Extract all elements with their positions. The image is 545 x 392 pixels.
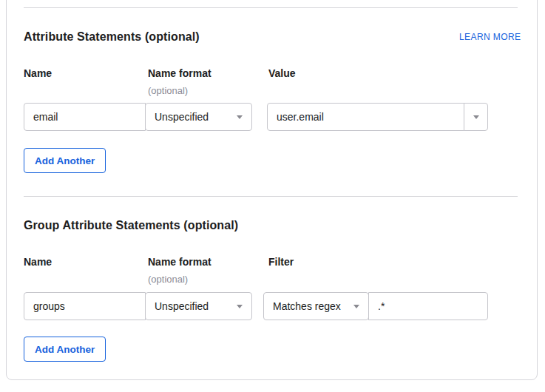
attribute-name-format-value: Unspecified [155, 111, 209, 123]
attribute-name-format-select[interactable]: Unspecified [145, 103, 252, 131]
column-header-filter: Filter [268, 256, 294, 268]
group-attribute-name-input[interactable] [24, 292, 146, 320]
section-title-attribute-statements: Attribute Statements (optional) [24, 30, 200, 44]
chevron-down-icon [237, 115, 243, 119]
section-title-group-attribute-statements: Group Attribute Statements (optional) [24, 219, 238, 232]
column-header-name: Name [24, 67, 52, 79]
group-attribute-name-format-value: Unspecified [155, 300, 209, 312]
attribute-name-input[interactable] [24, 103, 146, 131]
column-hint-optional: (optional) [148, 274, 188, 285]
chevron-down-icon [237, 305, 243, 308]
group-filter-type-select[interactable]: Matches regex [263, 292, 369, 320]
learn-more-link[interactable]: LEARN MORE [459, 32, 521, 42]
column-hint-optional: (optional) [148, 85, 188, 96]
section-divider [24, 196, 518, 197]
section-divider [24, 7, 518, 8]
chevron-down-icon [353, 305, 359, 308]
add-another-group-attribute-button[interactable]: Add Another [24, 337, 106, 362]
attribute-value-input[interactable] [267, 103, 464, 131]
column-header-name-format: Name format [148, 67, 211, 79]
column-header-value: Value [268, 67, 296, 79]
attribute-value-dropdown-toggle[interactable] [464, 103, 488, 131]
group-filter-value-input[interactable] [368, 292, 488, 320]
chevron-down-icon [473, 115, 479, 119]
group-attribute-name-format-select[interactable]: Unspecified [145, 292, 252, 320]
saml-settings-card [6, 0, 538, 380]
column-header-name: Name [24, 256, 52, 268]
column-header-name-format: Name format [148, 256, 211, 268]
group-filter-type-value: Matches regex [273, 300, 341, 312]
add-another-attribute-button[interactable]: Add Another [24, 148, 106, 173]
